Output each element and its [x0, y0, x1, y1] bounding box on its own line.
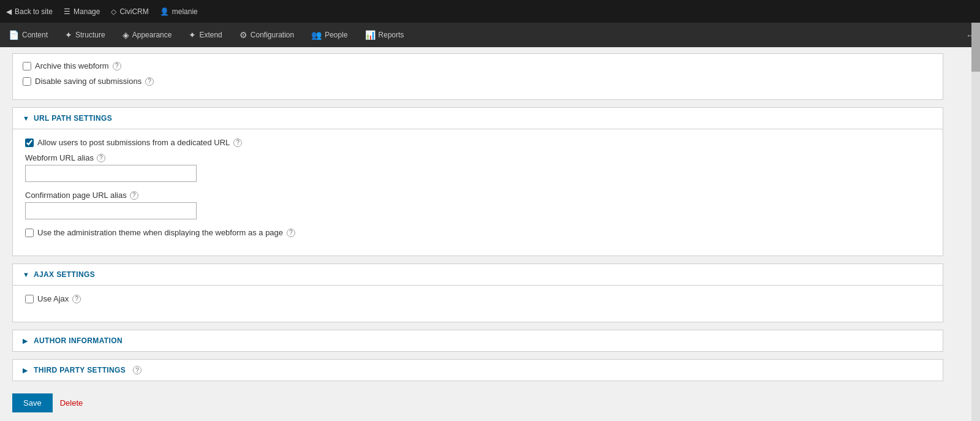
third-party-settings-header[interactable]: ▶ THIRD PARTY SETTINGS ?: [13, 360, 943, 381]
disable-saving-help-icon[interactable]: ?: [145, 77, 154, 86]
delete-button[interactable]: Delete: [60, 398, 83, 408]
url-path-settings-panel: ▼ URL PATH SETTINGS Allow users to post …: [12, 107, 943, 256]
scrollbar-thumb[interactable]: [971, 23, 980, 72]
civicrm-menu[interactable]: ◇ CiviCRM: [111, 7, 148, 16]
author-information-panel: ▶ AUTHOR INFORMATION: [12, 330, 943, 352]
structure-icon: ✦: [65, 30, 72, 40]
nav-extend[interactable]: ✦ Extend: [180, 23, 230, 47]
scrollbar[interactable]: [971, 23, 980, 421]
user-menu[interactable]: 👤 melanie: [160, 7, 198, 16]
allow-url-help-icon[interactable]: ?: [233, 138, 242, 147]
admin-theme-row: Use the administration theme when displa…: [25, 228, 930, 237]
url-path-settings-body: Allow users to post submissions from a d…: [13, 129, 943, 256]
back-to-site[interactable]: ◀ Back to site: [6, 7, 53, 16]
top-checkboxes-section: Archive this webform ? Disable saving of…: [12, 53, 943, 100]
people-icon: 👥: [311, 30, 322, 40]
url-path-toggle-icon: ▼: [23, 115, 30, 122]
url-path-settings-header[interactable]: ▼ URL PATH SETTINGS: [13, 108, 943, 129]
nav-content[interactable]: 📄 Content: [0, 23, 56, 47]
archive-help-icon[interactable]: ?: [113, 62, 121, 70]
webform-url-alias-label-row: Webform URL alias ?: [25, 153, 930, 162]
manage-menu[interactable]: ☰ Manage: [64, 7, 100, 16]
author-information-header[interactable]: ▶ AUTHOR INFORMATION: [13, 330, 943, 351]
author-information-title: AUTHOR INFORMATION: [34, 336, 123, 345]
webform-url-alias-label: Webform URL alias: [25, 153, 94, 162]
nav-configuration[interactable]: ⚙ Configuration: [231, 23, 303, 47]
nav-people[interactable]: 👥 People: [303, 23, 356, 47]
disable-saving-label: Disable saving of submissions: [35, 77, 141, 86]
nav-structure[interactable]: ✦ Structure: [56, 23, 114, 47]
extend-icon: ✦: [189, 30, 196, 40]
configuration-icon: ⚙: [239, 30, 247, 40]
archive-label: Archive this webform: [35, 61, 109, 70]
archive-checkbox[interactable]: [23, 62, 31, 70]
third-party-toggle-icon: ▶: [23, 366, 30, 374]
manage-icon: ☰: [64, 7, 70, 16]
confirmation-url-alias-group: Confirmation page URL alias ?: [25, 191, 930, 219]
use-ajax-checkbox[interactable]: [25, 295, 34, 303]
use-ajax-row: Use Ajax ?: [25, 294, 930, 303]
allow-url-checkbox[interactable]: [25, 138, 34, 147]
admin-theme-label: Use the administration theme when displa…: [37, 228, 283, 237]
use-ajax-help-icon[interactable]: ?: [72, 295, 81, 303]
ajax-toggle-icon: ▼: [23, 271, 30, 278]
ajax-settings-title: AJAX SETTINGS: [34, 270, 95, 279]
allow-url-row: Allow users to post submissions from a d…: [25, 138, 930, 147]
admin-theme-checkbox[interactable]: [25, 229, 34, 237]
confirmation-url-help-icon[interactable]: ?: [130, 191, 138, 200]
confirmation-url-alias-label-row: Confirmation page URL alias ?: [25, 191, 930, 200]
back-icon: ◀: [6, 7, 12, 16]
disable-saving-row: Disable saving of submissions ?: [23, 77, 933, 86]
nav-appearance[interactable]: ◈ Appearance: [114, 23, 181, 47]
user-icon: 👤: [160, 7, 169, 16]
allow-url-label: Allow users to post submissions from a d…: [37, 138, 230, 147]
action-row: Save Delete: [12, 389, 943, 417]
ajax-settings-panel: ▼ AJAX SETTINGS Use Ajax ?: [12, 264, 943, 322]
admin-bar: ◀ Back to site ☰ Manage ◇ CiviCRM 👤 mela…: [0, 0, 980, 23]
archive-row: Archive this webform ?: [23, 61, 933, 70]
nav-bar: 📄 Content ✦ Structure ◈ Appearance ✦ Ext…: [0, 23, 980, 47]
save-button[interactable]: Save: [12, 393, 53, 412]
confirmation-url-alias-label: Confirmation page URL alias: [25, 191, 127, 200]
reports-icon: 📊: [365, 30, 375, 40]
ajax-settings-header[interactable]: ▼ AJAX SETTINGS: [13, 264, 943, 286]
civicrm-icon: ◇: [111, 7, 116, 16]
appearance-icon: ◈: [123, 30, 129, 40]
webform-url-alias-help-icon[interactable]: ?: [97, 154, 105, 162]
main-content: Archive this webform ? Disable saving of…: [0, 47, 956, 421]
third-party-help-icon[interactable]: ?: [133, 366, 141, 374]
nav-reports[interactable]: 📊 Reports: [356, 23, 413, 47]
content-icon: 📄: [9, 30, 19, 40]
admin-theme-help-icon[interactable]: ?: [287, 229, 295, 237]
third-party-settings-title: THIRD PARTY SETTINGS: [34, 366, 126, 374]
confirmation-url-alias-input[interactable]: [25, 202, 197, 219]
webform-url-alias-input[interactable]: [25, 165, 197, 182]
author-toggle-icon: ▶: [23, 337, 30, 345]
use-ajax-label: Use Ajax: [37, 294, 69, 303]
ajax-settings-body: Use Ajax ?: [13, 286, 943, 322]
url-path-settings-title: URL PATH SETTINGS: [34, 114, 112, 123]
disable-saving-checkbox[interactable]: [23, 77, 31, 86]
webform-url-alias-group: Webform URL alias ?: [25, 153, 930, 182]
third-party-settings-panel: ▶ THIRD PARTY SETTINGS ?: [12, 359, 943, 381]
